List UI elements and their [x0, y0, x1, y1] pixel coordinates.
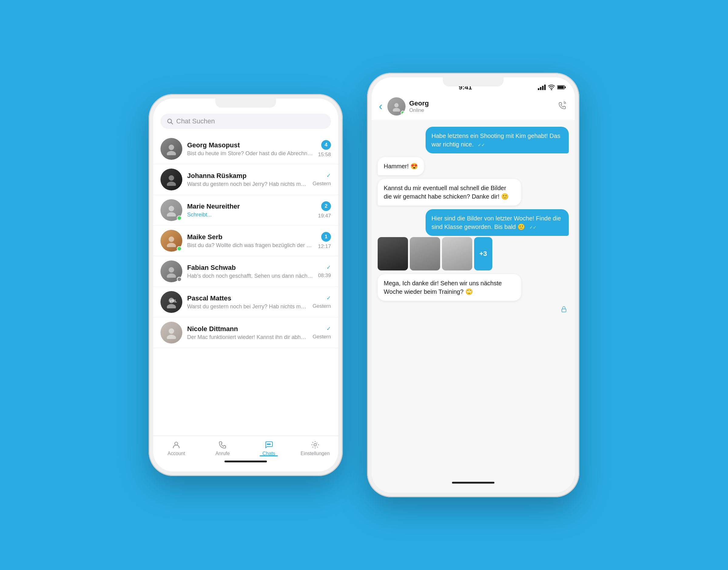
- svg-text:VRL: VRL: [170, 299, 177, 303]
- message-row-4: Hier sind die Bilder von letzter Woche! …: [378, 209, 569, 270]
- chat-name-nicole: Nicole Dittmann: [187, 325, 308, 333]
- chats-icon: [264, 440, 273, 449]
- tab-calls[interactable]: Anrufe: [200, 440, 246, 456]
- chat-view-content: 9:41: [372, 77, 575, 493]
- chat-meta-johanna: ✓ Gestern: [313, 172, 331, 187]
- chat-meta-pascal: ✓ Gestern: [313, 295, 331, 309]
- chat-preview-fabian: Hab's doch noch geschafft. Sehen uns dan…: [187, 273, 313, 279]
- online-dot-fabian: [177, 277, 182, 282]
- calls-icon: [218, 440, 227, 449]
- svg-point-17: [175, 442, 178, 445]
- chat-info-marie: Marie Neureither Schreibt...: [187, 203, 313, 218]
- messages-area: Habe letztens ein Shooting mit Kim gehab…: [372, 121, 575, 493]
- photo-thumb-1: [378, 237, 408, 270]
- svg-point-11: [167, 273, 176, 278]
- header-avatar: [387, 97, 406, 115]
- check-icon-pascal: ✓: [326, 295, 331, 301]
- chat-item-nicole[interactable]: Nicole Dittmann Der Mac funktioniert wie…: [153, 317, 338, 348]
- back-button[interactable]: ‹: [379, 101, 383, 112]
- avatar-wrap-nicole: [161, 322, 182, 343]
- check-icon-nicole: ✓: [326, 325, 331, 332]
- bubble-check-4: ✓✓: [529, 225, 537, 230]
- svg-point-4: [169, 175, 174, 181]
- svg-point-20: [270, 444, 271, 445]
- svg-point-22: [551, 89, 552, 90]
- online-dot-maike: [177, 246, 182, 251]
- chat-name-georg: Georg Masopust: [187, 141, 313, 149]
- chat-preview-marie: Schreibt...: [187, 212, 313, 218]
- lock-icon: [560, 306, 567, 313]
- chat-time-johanna: Gestern: [313, 181, 331, 187]
- badge-marie: 2: [321, 201, 331, 211]
- call-button[interactable]: [558, 101, 567, 112]
- header-online-dot: [401, 111, 405, 115]
- svg-point-26: [394, 103, 399, 107]
- chat-item-maike[interactable]: Maike Serb Bist du da? Wollte dich was f…: [153, 226, 338, 256]
- status-icons: [538, 84, 566, 90]
- chat-item-marie[interactable]: Marie Neureither Schreibt... 2 19:47: [153, 195, 338, 226]
- search-bar[interactable]: Chat Suchen: [161, 114, 331, 129]
- tab-account-label: Account: [168, 451, 185, 456]
- avatar-johanna: [161, 169, 182, 191]
- chat-info-fabian: Fabian Schwab Hab's doch noch geschafft.…: [187, 264, 313, 279]
- svg-point-2: [169, 145, 174, 150]
- avatar-wrap-marie: [161, 199, 182, 221]
- chat-item-johanna[interactable]: Johanna Rüskamp Warst du gestern noch be…: [153, 164, 338, 195]
- chat-name-maike: Maike Serb: [187, 233, 313, 241]
- message-row-1: Habe letztens ein Shooting mit Kim gehab…: [378, 127, 569, 154]
- chat-item-pascal[interactable]: VRL Pascal Mattes Warst du gestern noch …: [153, 287, 338, 317]
- svg-point-6: [169, 206, 174, 211]
- tab-chats[interactable]: Chats: [246, 440, 292, 456]
- chat-time-pascal: Gestern: [313, 303, 331, 309]
- check-icon-johanna: ✓: [326, 172, 331, 179]
- chat-list-content: Chat Suchen: [153, 98, 338, 472]
- chat-item-fabian[interactable]: Fabian Schwab Hab's doch noch geschafft.…: [153, 256, 338, 287]
- svg-rect-28: [562, 309, 566, 312]
- chat-time-nicole: Gestern: [313, 334, 331, 340]
- svg-point-5: [167, 182, 176, 186]
- chat-time-maike: 12:17: [318, 244, 331, 250]
- chat-meta-georg: 4 15:58: [318, 140, 331, 158]
- svg-point-19: [268, 444, 269, 445]
- notch: [215, 98, 276, 108]
- header-info: Georg Online: [409, 99, 554, 113]
- avatar-georg: [161, 138, 182, 160]
- tab-settings-label: Einstellungen: [301, 451, 330, 456]
- chat-item-georg[interactable]: Georg Masopust Bist du heute im Store? O…: [153, 134, 338, 164]
- badge-georg: 4: [321, 140, 331, 150]
- chat-info-pascal: Pascal Mattes Warst du gestern noch bei …: [187, 294, 308, 310]
- chat-name-pascal: Pascal Mattes: [187, 294, 308, 302]
- svg-point-15: [169, 328, 174, 334]
- signal-bar-2: [540, 87, 541, 90]
- chat-info-maike: Maike Serb Bist du da? Wollte dich was f…: [187, 233, 313, 249]
- home-indicator-right: [452, 482, 494, 484]
- scene: Chat Suchen: [0, 0, 728, 570]
- notch-right: [443, 77, 504, 86]
- svg-point-21: [314, 444, 316, 446]
- message-bubble-1: Habe letztens ein Shooting mit Kim gehab…: [426, 127, 569, 154]
- chat-meta-fabian: ✓ 08:39: [318, 264, 331, 279]
- message-bubble-2: Hammer! 😍: [378, 157, 424, 175]
- svg-point-13: [167, 304, 176, 308]
- avatar-wrap-pascal: VRL: [161, 291, 182, 313]
- bubble-check-1: ✓✓: [478, 142, 485, 148]
- svg-line-1: [171, 122, 173, 124]
- svg-point-8: [169, 237, 174, 242]
- photo-more-button[interactable]: +3: [474, 237, 492, 270]
- tab-account[interactable]: Account: [153, 440, 200, 456]
- avatar-nicole: [161, 322, 182, 343]
- signal-bar-3: [542, 86, 543, 90]
- tab-settings[interactable]: Einstellungen: [292, 440, 338, 456]
- tab-chats-active-bar: [260, 456, 278, 456]
- tab-bar: Account Anrufe: [153, 436, 338, 472]
- account-icon: [172, 440, 181, 449]
- header-status: Online: [409, 107, 554, 113]
- svg-rect-24: [565, 86, 566, 88]
- svg-point-18: [267, 444, 268, 445]
- chat-meta-marie: 2 19:47: [318, 201, 331, 219]
- chat-list-screen: Chat Suchen: [153, 98, 338, 472]
- chat-preview-johanna: Warst du gestern noch bei Jerry? Hab nic…: [187, 181, 308, 187]
- chat-preview-georg: Bist du heute im Store? Oder hast du die…: [187, 151, 313, 157]
- search-icon: [167, 118, 173, 124]
- chat-name-marie: Marie Neureither: [187, 203, 313, 211]
